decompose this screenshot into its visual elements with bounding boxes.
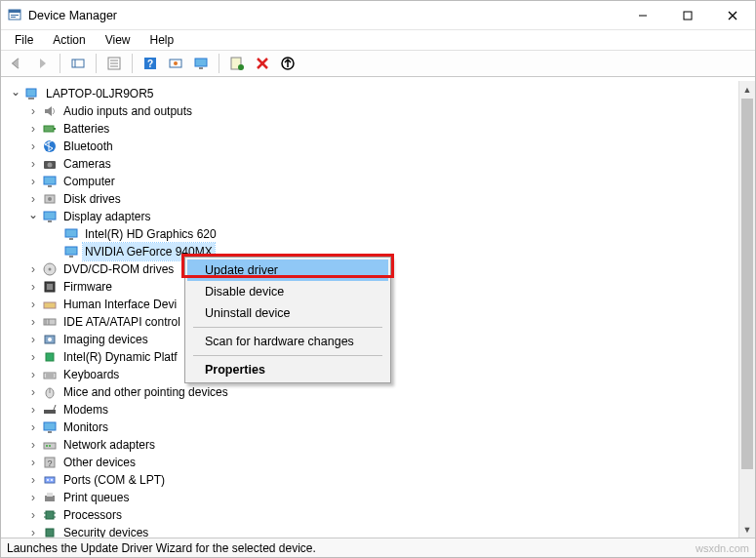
- tree-item[interactable]: Modems: [5, 401, 755, 418]
- tree-item[interactable]: Batteries: [5, 120, 755, 138]
- cm-disable-device[interactable]: Disable device: [187, 281, 388, 302]
- expand-arrow-icon[interactable]: [26, 385, 40, 399]
- enable-device-button[interactable]: [276, 52, 299, 75]
- expand-arrow-icon[interactable]: [26, 526, 40, 538]
- show-hidden-button[interactable]: [66, 52, 90, 75]
- printer-icon: [42, 490, 58, 505]
- uninstall-button[interactable]: [251, 52, 274, 75]
- port-icon: [42, 472, 58, 488]
- expand-arrow-icon[interactable]: [26, 175, 40, 188]
- expand-arrow-icon[interactable]: [26, 280, 40, 294]
- other-icon: ?: [42, 455, 58, 470]
- back-button[interactable]: [5, 52, 28, 75]
- expand-arrow-icon[interactable]: [26, 104, 40, 118]
- tree-item[interactable]: ?Other devices: [5, 454, 755, 471]
- svg-rect-40: [65, 247, 77, 255]
- update-driver-button[interactable]: [225, 52, 249, 75]
- tree-item[interactable]: Audio inputs and outputs: [5, 102, 755, 120]
- tree-item[interactable]: Processors: [5, 506, 755, 524]
- modem-icon: [42, 402, 58, 418]
- svg-rect-25: [26, 89, 36, 97]
- network-icon: [42, 437, 58, 453]
- tree-item-label: Intel(R) Dynamic Platf: [61, 348, 179, 366]
- expand-arrow-icon[interactable]: [26, 157, 40, 171]
- forward-button[interactable]: [30, 52, 54, 75]
- watermark: wsxdn.com: [696, 542, 749, 554]
- tree-item-label: Ports (COM & LPT): [61, 471, 167, 489]
- tree-item[interactable]: Mice and other pointing devices: [5, 383, 755, 401]
- hid-icon: [42, 297, 58, 312]
- svg-rect-60: [44, 422, 56, 430]
- expand-arrow-icon[interactable]: [26, 420, 40, 434]
- expand-arrow-icon[interactable]: [26, 456, 40, 469]
- tree-item[interactable]: Disk drives: [5, 190, 755, 208]
- svg-rect-32: [44, 177, 56, 184]
- tree-item-label: Security devices: [61, 524, 150, 538]
- tree-item[interactable]: Display adapters: [5, 208, 755, 225]
- close-button[interactable]: [710, 1, 755, 30]
- tree-item[interactable]: Print queues: [5, 489, 755, 506]
- expand-arrow-icon[interactable]: [26, 403, 40, 417]
- svg-rect-77: [46, 529, 54, 537]
- tree-item-label: Print queues: [61, 489, 131, 506]
- ide-icon: [42, 314, 58, 330]
- expand-arrow-icon[interactable]: [26, 298, 40, 311]
- minimize-button[interactable]: [620, 1, 665, 30]
- menu-file[interactable]: File: [5, 31, 43, 49]
- cm-properties[interactable]: Properties: [187, 359, 388, 380]
- svg-rect-37: [48, 220, 52, 222]
- expand-arrow-icon[interactable]: [26, 192, 40, 206]
- expand-arrow-icon[interactable]: [26, 350, 40, 364]
- display-button[interactable]: [189, 52, 213, 75]
- svg-rect-26: [28, 98, 34, 100]
- svg-rect-33: [48, 185, 52, 187]
- expand-arrow-icon[interactable]: [26, 140, 40, 153]
- tree-item[interactable]: Intel(R) HD Graphics 620: [5, 225, 755, 243]
- cm-scan[interactable]: Scan for hardware changes: [187, 331, 388, 352]
- tree-item[interactable]: Computer: [5, 173, 755, 190]
- expand-arrow-icon[interactable]: [26, 438, 40, 452]
- menu-view[interactable]: View: [96, 31, 140, 49]
- tree-item-label: LAPTOP-0LJR9OR5: [44, 85, 156, 102]
- tree-item[interactable]: Monitors: [5, 418, 755, 436]
- battery-icon: [42, 121, 58, 137]
- cm-update-driver[interactable]: Update driver: [187, 259, 388, 281]
- maximize-button[interactable]: [665, 1, 710, 30]
- tree-item-label: Monitors: [61, 418, 110, 436]
- tree-item[interactable]: Ports (COM & LPT): [5, 471, 755, 489]
- bluetooth-icon: [42, 139, 58, 154]
- toolbar: ?: [1, 50, 755, 77]
- svg-rect-28: [54, 128, 56, 130]
- expand-arrow-icon[interactable]: [26, 333, 40, 346]
- tree-item[interactable]: Security devices: [5, 524, 755, 538]
- tree-item[interactable]: Cameras: [5, 155, 755, 173]
- scrollbar-thumb[interactable]: [741, 99, 753, 469]
- scroll-down-icon[interactable]: ▼: [739, 521, 755, 538]
- expand-arrow-icon[interactable]: [26, 122, 40, 136]
- expand-arrow-icon[interactable]: [26, 491, 40, 504]
- expand-arrow-icon[interactable]: [9, 87, 22, 100]
- cdrom-icon: [42, 261, 58, 277]
- vertical-scrollbar[interactable]: ▲ ▼: [738, 81, 755, 538]
- tree-item[interactable]: LAPTOP-0LJR9OR5: [5, 85, 755, 102]
- help-button[interactable]: ?: [139, 52, 162, 75]
- expand-arrow-icon[interactable]: [26, 262, 40, 276]
- tree-item[interactable]: Network adapters: [5, 436, 755, 454]
- svg-point-64: [49, 445, 51, 447]
- svg-rect-27: [44, 126, 54, 132]
- expand-arrow-icon[interactable]: [26, 210, 40, 223]
- expand-arrow-icon[interactable]: [26, 315, 40, 329]
- expand-arrow-icon[interactable]: [26, 368, 40, 381]
- scan-button[interactable]: [164, 52, 187, 75]
- cm-uninstall-device[interactable]: Uninstall device: [187, 302, 388, 324]
- menu-help[interactable]: Help: [140, 31, 184, 49]
- properties-button[interactable]: [102, 52, 126, 75]
- menu-action[interactable]: Action: [43, 31, 95, 49]
- svg-point-21: [238, 64, 244, 70]
- scroll-up-icon[interactable]: ▲: [739, 81, 755, 98]
- title-bar: Device Manager: [1, 1, 755, 30]
- tree-item-label: Modems: [61, 401, 110, 418]
- expand-arrow-icon[interactable]: [26, 508, 40, 522]
- expand-arrow-icon[interactable]: [26, 473, 40, 487]
- tree-item[interactable]: Bluetooth: [5, 138, 755, 155]
